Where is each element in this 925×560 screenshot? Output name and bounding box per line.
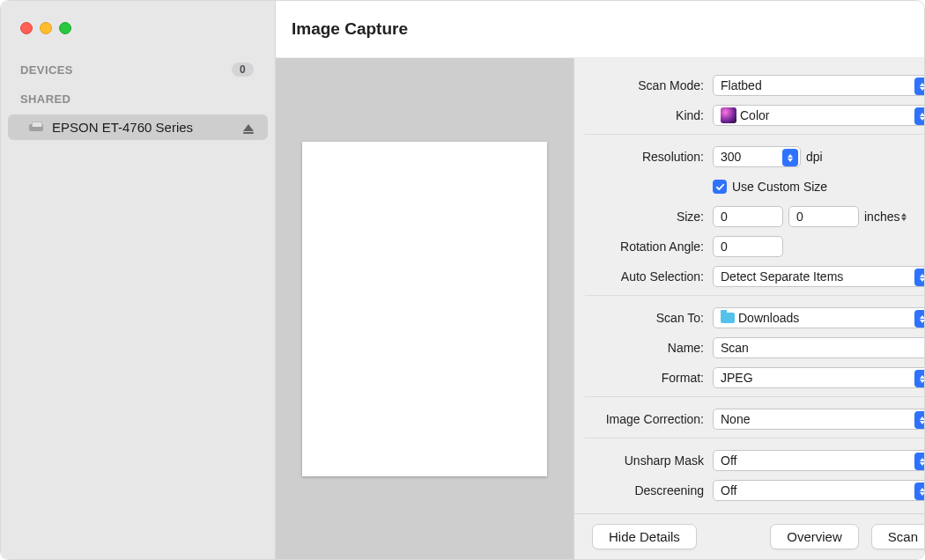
unsharp-mask-label: Unsharp Mask xyxy=(585,453,713,468)
size-height-field[interactable]: 0 xyxy=(788,206,859,227)
name-label: Name: xyxy=(585,341,713,355)
close-icon[interactable] xyxy=(20,22,33,34)
workspace: Scan Mode: Flatbed Kind: xyxy=(276,58,925,559)
descreening-label: Descreening xyxy=(585,483,713,497)
chevron-down-icon xyxy=(914,77,925,95)
scan-to-select[interactable]: Downloads xyxy=(713,307,925,328)
chevron-down-icon xyxy=(914,483,925,500)
chevron-down-icon xyxy=(914,453,925,470)
device-label: EPSON ET-4760 Series xyxy=(52,120,234,135)
chevron-down-icon xyxy=(782,149,798,166)
preview-page[interactable] xyxy=(302,142,547,476)
size-width-field[interactable]: 0 xyxy=(713,206,783,227)
devices-section-header: DEVICES 0 xyxy=(1,59,275,85)
divider xyxy=(585,438,925,438)
resolution-combo[interactable]: 300 xyxy=(713,146,801,167)
resolution-label: Resolution: xyxy=(585,150,713,164)
auto-selection-label: Auto Selection: xyxy=(585,269,713,284)
titlebar: Image Capture xyxy=(276,1,925,58)
kind-color-swatch-icon xyxy=(721,107,736,123)
rotation-label: Rotation Angle: xyxy=(585,239,713,254)
eject-icon[interactable] xyxy=(243,124,254,131)
chevron-down-icon xyxy=(914,269,925,286)
fullscreen-icon[interactable] xyxy=(59,22,71,34)
unsharp-mask-select[interactable]: Off xyxy=(713,450,925,471)
folder-icon xyxy=(721,313,735,323)
chevron-down-icon xyxy=(914,411,925,429)
settings-panel: Scan Mode: Flatbed Kind: xyxy=(574,58,925,559)
auto-selection-select[interactable]: Detect Separate Items xyxy=(713,266,925,287)
printer-icon xyxy=(29,122,43,134)
devices-count-badge: 0 xyxy=(232,63,254,77)
divider xyxy=(585,134,925,135)
shared-label: SHARED xyxy=(20,92,70,106)
format-select[interactable]: JPEG xyxy=(713,367,925,388)
settings-scroll[interactable]: Scan Mode: Flatbed Kind: xyxy=(574,58,925,513)
chevron-down-icon xyxy=(914,370,925,387)
image-correction-label: Image Correction: xyxy=(585,412,713,426)
window-controls xyxy=(1,22,275,59)
resolution-unit: dpi xyxy=(806,150,823,164)
rotation-field[interactable]: 0 xyxy=(713,236,783,257)
main-content: Image Capture Scan Mode: Flatbed xyxy=(276,1,925,559)
descreening-select[interactable]: Off xyxy=(713,480,925,501)
scan-mode-label: Scan Mode: xyxy=(585,78,713,92)
kind-select[interactable]: Color xyxy=(713,105,925,126)
size-unit-stepper[interactable]: inches xyxy=(864,210,906,224)
scan-to-label: Scan To: xyxy=(585,311,713,325)
minimize-icon[interactable] xyxy=(40,22,52,34)
overview-button[interactable]: Overview xyxy=(770,524,859,549)
bottom-bar: Hide Details Overview Scan xyxy=(574,513,925,559)
kind-label: Kind: xyxy=(585,108,713,122)
shared-section-header: SHARED xyxy=(1,85,275,114)
format-label: Format: xyxy=(585,371,713,385)
divider xyxy=(585,396,925,397)
size-label: Size: xyxy=(585,210,713,224)
app-window: DEVICES 0 SHARED EPSON ET-4760 Series Im… xyxy=(0,0,925,560)
divider xyxy=(585,295,925,296)
chevron-down-icon xyxy=(914,107,925,125)
name-field[interactable]: Scan xyxy=(713,337,925,358)
hide-details-button[interactable]: Hide Details xyxy=(592,524,697,549)
use-custom-size-label: Use Custom Size xyxy=(732,180,827,194)
use-custom-size-checkbox[interactable] xyxy=(713,180,727,194)
scan-mode-select[interactable]: Flatbed xyxy=(713,75,925,96)
device-row-epson[interactable]: EPSON ET-4760 Series xyxy=(8,114,268,140)
sidebar: DEVICES 0 SHARED EPSON ET-4760 Series xyxy=(1,1,276,559)
preview-area[interactable] xyxy=(276,58,574,559)
image-correction-select[interactable]: None xyxy=(713,409,925,430)
devices-label: DEVICES xyxy=(20,63,73,77)
page-title: Image Capture xyxy=(292,19,408,39)
chevron-down-icon xyxy=(914,310,925,328)
scan-button[interactable]: Scan xyxy=(871,524,925,549)
